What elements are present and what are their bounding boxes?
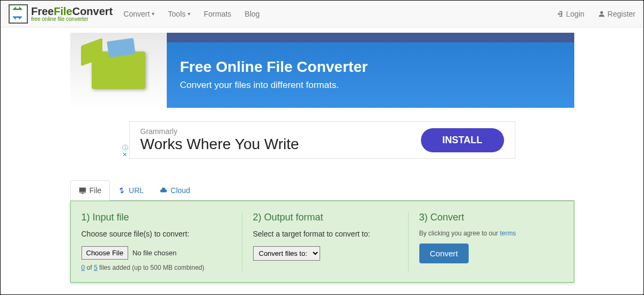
convert-button[interactable]: Convert	[419, 244, 469, 263]
logo-icon	[9, 4, 28, 24]
files-max-count[interactable]: 5	[94, 264, 98, 271]
nav-formats[interactable]: Formats	[204, 10, 231, 18]
banner: Free Online File Converter Convert your …	[70, 33, 574, 108]
format-select[interactable]: Convert files to:	[253, 246, 320, 261]
nav-links: Convert▾ Tools▾ Formats Blog	[123, 10, 260, 18]
banner-image	[70, 33, 167, 108]
step2-sub: Select a target format to convert to:	[253, 230, 397, 238]
ad-text: Grammarly Works Where You Write	[140, 127, 421, 153]
nav-login[interactable]: Login	[557, 10, 584, 18]
tabs-container: File URL Cloud 1) Input file Choose sour…	[70, 180, 574, 283]
step-convert: 3) Convert By clicking you agree to our …	[409, 212, 574, 271]
step-output: 2) Output format Select a target format …	[242, 212, 409, 271]
ad-headline: Works Where You Write	[140, 136, 421, 153]
ad-brand: Grammarly	[140, 127, 421, 136]
step1-sub: Choose source file(s) to convert:	[82, 230, 231, 238]
caret-icon: ▾	[188, 11, 190, 17]
convert-panel: 1) Input file Choose source file(s) to c…	[70, 201, 574, 283]
logo[interactable]: FreeFileConvert free online file convert…	[9, 4, 113, 24]
nav-convert[interactable]: Convert▾	[123, 10, 154, 18]
nav-blog[interactable]: Blog	[245, 10, 260, 18]
cloud-icon	[160, 187, 167, 194]
step3-title: 3) Convert	[419, 212, 563, 223]
choose-file-button[interactable]: Choose File	[82, 246, 128, 260]
logo-text: FreeFileConvert free online file convert…	[31, 6, 113, 22]
banner-subtitle: Convert your files into different format…	[180, 80, 561, 91]
file-chosen-text: No file chosen	[132, 249, 176, 257]
banner-content: Free Online File Converter Convert your …	[167, 33, 574, 108]
nav-right: Login Register	[557, 10, 635, 18]
step-input: 1) Input file Choose source file(s) to c…	[71, 212, 242, 271]
step2-title: 2) Output format	[253, 212, 397, 223]
ad-banner[interactable]: ⓘ✕ Grammarly Works Where You Write INSTA…	[129, 121, 515, 159]
terms-link[interactable]: terms	[500, 230, 516, 237]
ad-install-button[interactable]: INSTALL	[421, 128, 504, 152]
link-icon	[118, 187, 125, 194]
ad-info-icon[interactable]: ⓘ✕	[122, 144, 128, 158]
tabs: File URL Cloud	[70, 180, 574, 201]
caret-icon: ▾	[152, 11, 154, 17]
user-icon	[598, 10, 605, 18]
login-icon	[557, 10, 564, 18]
nav-register[interactable]: Register	[598, 10, 635, 18]
nav-tools[interactable]: Tools▾	[168, 10, 190, 18]
tab-url[interactable]: URL	[110, 180, 152, 200]
navbar: FreeFileConvert free online file convert…	[1, 1, 643, 27]
terms-text: By clicking you agree to our terms	[419, 230, 563, 237]
desktop-icon	[79, 187, 86, 194]
banner-title: Free Online File Converter	[180, 58, 561, 76]
tab-file[interactable]: File	[70, 180, 110, 201]
step1-title: 1) Input file	[82, 212, 231, 223]
tab-cloud[interactable]: Cloud	[152, 180, 198, 200]
file-status: 0 of 5 files added (up to 500 MB combine…	[82, 264, 231, 271]
